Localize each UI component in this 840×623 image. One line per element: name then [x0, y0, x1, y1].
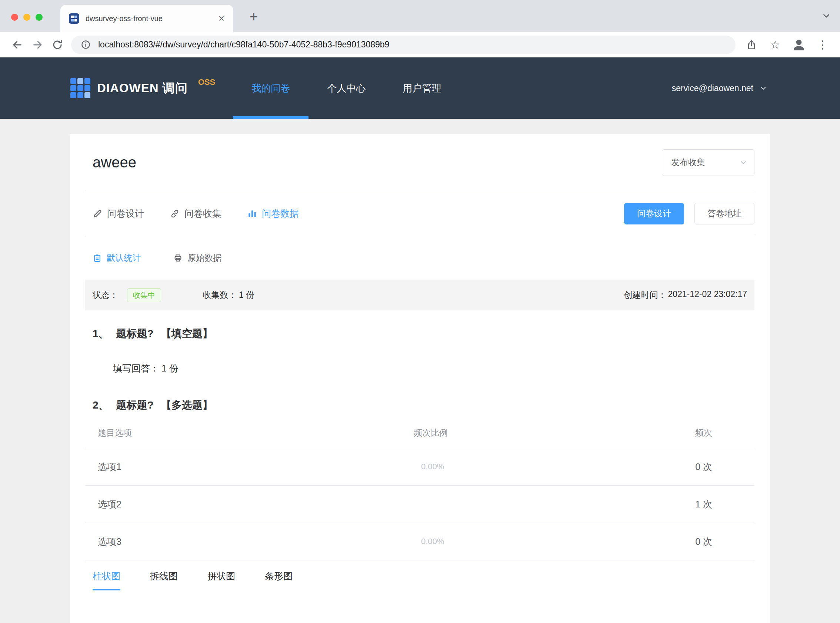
option-stats-table: 题目选项 频次比例 频次 选项1 0.00% 0 次 选项2: [85, 417, 754, 560]
share-icon[interactable]: [742, 35, 762, 55]
subtab-label: 默认统计: [107, 252, 141, 264]
data-subtabs-row: 默认统计 原始数据: [85, 236, 754, 280]
tab-survey-collect[interactable]: 问卷收集: [170, 207, 221, 219]
collect-count-value: 1 份: [239, 289, 254, 301]
chart-type-tabs: 柱状图 拆线图 拼状图 条形图: [85, 570, 754, 591]
answer-value: 1 份: [161, 362, 178, 374]
bookmark-star-icon[interactable]: ☆: [765, 35, 785, 55]
select-chevron-down-icon: [739, 158, 747, 167]
printer-icon: [173, 253, 182, 262]
window-zoom-button[interactable]: [35, 14, 43, 21]
window-controls: [11, 14, 43, 21]
address-bar[interactable]: localhost:8083/#/dw/survey/d/chart/c98fa…: [71, 35, 736, 54]
subtab-raw-data[interactable]: 原始数据: [173, 252, 221, 264]
status-badge: 收集中: [127, 288, 161, 302]
app-header: DIAOWEN 调问 OSS 我的问卷 个人中心 用户管理 service@di…: [0, 57, 840, 119]
window-minimize-button[interactable]: [23, 14, 31, 21]
menu-item-user-management[interactable]: 用户管理: [384, 57, 460, 119]
tab-survey-data[interactable]: 问卷数据: [247, 207, 299, 219]
browser-tabstrip: dwsurvey-oss-front-vue × +: [0, 0, 840, 32]
back-icon[interactable]: [8, 35, 28, 55]
header-actions: 问卷设计 答卷地址: [624, 203, 754, 224]
publish-collect-select[interactable]: 发布收集: [662, 149, 754, 176]
reload-icon[interactable]: [48, 35, 67, 55]
browser-window: dwsurvey-oss-front-vue × + localhost:808…: [0, 0, 840, 623]
forward-icon[interactable]: [28, 35, 48, 55]
link-icon: [170, 209, 179, 218]
tab-label: 问卷设计: [107, 207, 144, 219]
diaowen-logo[interactable]: DIAOWEN 调问 OSS: [70, 57, 215, 119]
browser-navbar: localhost:8083/#/dw/survey/d/chart/c98fa…: [0, 32, 840, 57]
tab-survey-design[interactable]: 问卷设计: [93, 207, 144, 219]
table-row: 选项1 0.00% 0 次: [85, 448, 754, 486]
new-tab-button[interactable]: +: [245, 8, 262, 25]
chart-tab-bar[interactable]: 柱状图: [93, 570, 120, 591]
status-label: 状态：: [93, 289, 118, 301]
column-option: 题目选项: [85, 427, 414, 439]
menu-item-personal-center[interactable]: 个人中心: [308, 57, 384, 119]
subtab-default-stats[interactable]: 默认统计: [93, 252, 141, 264]
question-2-heading: 2、 题标题? 【多选题】: [93, 398, 754, 412]
question-index: 2、: [93, 398, 109, 412]
survey-card: aweee 发布收集 问卷设计: [70, 134, 770, 623]
answer-url-button[interactable]: 答卷地址: [694, 203, 754, 224]
answer-label: 填写回答：: [113, 362, 159, 374]
chart-tab-pie[interactable]: 拼状图: [207, 570, 235, 591]
account-email: service@diaowen.net: [672, 83, 753, 94]
question-title: 题标题?: [116, 398, 154, 412]
status-bar: 状态： 收集中 收集数： 1 份 创建时间： 2021-12-02 23:02:…: [85, 280, 754, 310]
column-frequency: 频次: [643, 427, 754, 439]
account-menu[interactable]: service@diaowen.net: [672, 57, 767, 119]
collect-count-label: 收集数：: [202, 289, 237, 301]
question-title: 题标题?: [116, 327, 154, 341]
table-row: 选项3 0.00% 0 次: [85, 523, 754, 560]
tab-search-chevron-icon[interactable]: [822, 11, 831, 21]
table-row: 选项2 100.00% 1 次: [85, 486, 754, 523]
brand-suffix: OSS: [198, 77, 215, 87]
question-type: 【多选题】: [161, 398, 213, 412]
window-close-button[interactable]: [11, 14, 18, 21]
frequency-value: 0 次: [643, 461, 754, 473]
pencil-icon: [93, 209, 102, 218]
tab-close-icon[interactable]: ×: [218, 13, 225, 24]
navbar-right-icons: ☆ ⋮: [742, 35, 832, 55]
clipboard-icon: [93, 253, 102, 262]
menu-item-my-surveys[interactable]: 我的问卷: [233, 57, 308, 119]
created-time-value: 2021-12-02 23:02:17: [668, 289, 747, 301]
account-chevron-down-icon: [759, 84, 767, 92]
tab-label: 问卷收集: [184, 207, 221, 219]
diaowen-logo-icon: [70, 77, 91, 99]
publish-collect-label: 发布收集: [671, 157, 705, 168]
bar-chart-icon: [247, 209, 257, 218]
profile-avatar-icon[interactable]: [789, 35, 809, 55]
survey-tabs-row: 问卷设计 问卷收集 问卷数据 问卷设计 答卷地址: [85, 191, 754, 236]
page-background: aweee 发布收集 问卷设计: [0, 119, 840, 623]
browser-menu-icon[interactable]: ⋮: [812, 35, 832, 55]
menu-item-label: 个人中心: [327, 82, 366, 95]
chart-tab-horizontal-bar[interactable]: 条形图: [265, 570, 293, 591]
site-info-icon[interactable]: [81, 40, 91, 50]
subtab-label: 原始数据: [187, 252, 221, 264]
question-index: 1、: [93, 327, 109, 341]
frequency-value: 1 次: [643, 498, 754, 510]
browser-tab[interactable]: dwsurvey-oss-front-vue ×: [60, 5, 233, 32]
card-header: aweee 发布收集: [85, 134, 754, 191]
question-1-heading: 1、 题标题? 【填空题】: [93, 327, 754, 341]
brand-name: DIAOWEN 调问: [97, 80, 188, 97]
menu-item-label: 我的问卷: [251, 82, 290, 95]
column-ratio: 频次比例: [414, 427, 643, 439]
tab-label: 问卷数据: [262, 207, 299, 219]
table-header-row: 题目选项 频次比例 频次: [85, 417, 754, 448]
question-1-answer-line: 填写回答： 1 份: [113, 362, 754, 374]
survey-design-button[interactable]: 问卷设计: [624, 203, 684, 224]
url-text[interactable]: localhost:8083/#/dw/survey/d/chart/c98fa…: [98, 40, 389, 50]
main-menu: 我的问卷 个人中心 用户管理: [233, 57, 460, 119]
site-favicon-icon: [69, 13, 80, 24]
survey-title: aweee: [93, 154, 136, 171]
chart-tab-line[interactable]: 拆线图: [150, 570, 178, 591]
created-time-label: 创建时间：: [624, 289, 666, 301]
option-label: 选项3: [85, 536, 414, 548]
menu-item-label: 用户管理: [403, 82, 441, 95]
tab-title: dwsurvey-oss-front-vue: [86, 14, 212, 23]
option-label: 选项2: [85, 498, 414, 510]
